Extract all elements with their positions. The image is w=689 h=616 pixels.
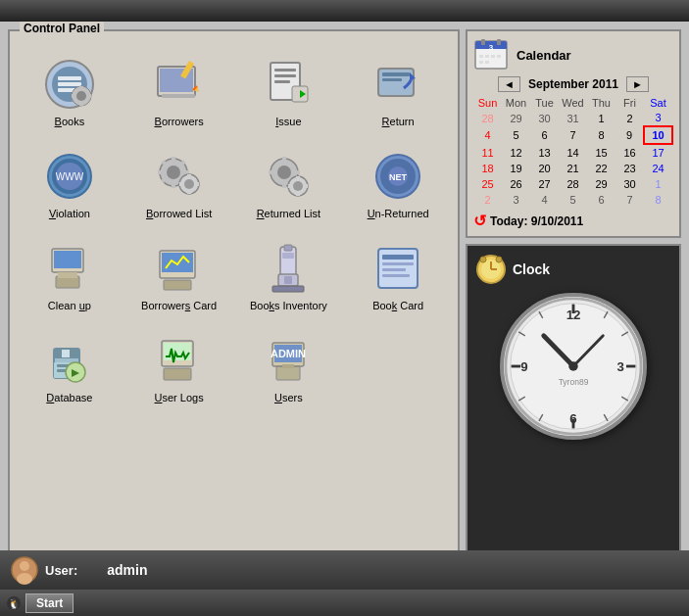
cal-header-thu: Thu: [587, 96, 615, 110]
calendar-day[interactable]: 20: [530, 161, 559, 176]
calendar-day[interactable]: 23: [615, 161, 644, 176]
calendar-day[interactable]: 4: [530, 192, 559, 208]
issue-icon-item[interactable]: Issue: [239, 51, 339, 133]
calendar-day[interactable]: 8: [644, 192, 672, 208]
calendar-day[interactable]: 11: [473, 144, 502, 161]
calendar-day[interactable]: 19: [502, 161, 530, 176]
book-card-icon-item[interactable]: Book Card: [348, 235, 448, 317]
today-icon: ↺: [473, 212, 486, 230]
calendar-day[interactable]: 2: [473, 192, 502, 208]
icons-grid: Books Borrowers: [20, 41, 448, 409]
svg-rect-43: [187, 174, 191, 178]
book-card-label: Book Card: [372, 300, 423, 311]
calendar-day[interactable]: 12: [502, 144, 530, 161]
svg-rect-102: [481, 39, 485, 45]
returned-list-icon-item[interactable]: Returned List: [239, 143, 339, 225]
svg-text:Tyron89: Tyron89: [559, 377, 589, 387]
calendar-day[interactable]: 27: [530, 176, 559, 192]
user-logs-icon-item[interactable]: User Logs: [129, 327, 229, 409]
calendar-day[interactable]: 29: [502, 110, 530, 126]
svg-rect-76: [272, 286, 304, 292]
svg-rect-55: [296, 176, 300, 180]
calendar-day[interactable]: 5: [559, 192, 587, 208]
un-returned-icon-item[interactable]: NET Un-Returned: [348, 143, 448, 225]
calendar-day[interactable]: 16: [615, 144, 644, 161]
calendar-day[interactable]: 22: [587, 161, 615, 176]
borrowers-icon-item[interactable]: Borrowers: [129, 51, 229, 133]
svg-point-114: [480, 257, 486, 262]
calendar-day[interactable]: 13: [530, 144, 559, 161]
start-button[interactable]: Start: [25, 593, 74, 613]
calendar-day[interactable]: 8: [587, 126, 615, 144]
calendar-grid: Sun Mon Tue Wed Thu Fri Sat 282930311234…: [473, 96, 673, 208]
books-inventory-icon-item[interactable]: Books Inventory: [239, 235, 339, 317]
svg-rect-45: [179, 182, 183, 186]
calendar-day[interactable]: 4: [473, 126, 502, 144]
svg-rect-56: [296, 192, 300, 196]
calendar-day[interactable]: 9: [615, 126, 644, 144]
calendar-day[interactable]: 7: [615, 192, 644, 208]
calendar-section: 3 Calendar ◄ September 2011 ►: [466, 29, 681, 238]
svg-rect-95: [282, 364, 294, 368]
calendar-day[interactable]: 21: [559, 161, 587, 176]
calendar-day[interactable]: 3: [644, 110, 672, 126]
calendar-day[interactable]: 30: [615, 176, 644, 192]
calendar-day[interactable]: 6: [587, 192, 615, 208]
books-icon-item[interactable]: Books: [20, 51, 120, 133]
calendar-day[interactable]: 3: [502, 192, 530, 208]
calendar-day[interactable]: 31: [559, 110, 587, 126]
calendar-day[interactable]: 14: [559, 144, 587, 161]
cleanup-icon-item[interactable]: Clean up: [20, 235, 120, 317]
calendar-day[interactable]: 10: [644, 126, 672, 144]
violation-icon-item[interactable]: WWW Violation: [20, 143, 120, 225]
today-bar: ↺ Today: 9/10/2011: [473, 212, 673, 230]
calendar-day[interactable]: 7: [559, 126, 587, 144]
database-icon-item[interactable]: Database: [20, 327, 120, 409]
user-logs-icon: [152, 333, 207, 388]
svg-rect-9: [72, 94, 75, 98]
calendar-day[interactable]: 5: [502, 126, 530, 144]
return-label: Return: [382, 116, 415, 127]
calendar-day[interactable]: 30: [530, 110, 559, 126]
svg-text:3: 3: [617, 359, 624, 374]
title-bar: [0, 0, 689, 22]
users-icon-item[interactable]: ADMIN Users: [239, 327, 339, 409]
calendar-day[interactable]: 18: [473, 161, 502, 176]
book-card-icon: [370, 241, 425, 296]
calendar-day[interactable]: 17: [644, 144, 672, 161]
clock-header-icon: [475, 254, 507, 285]
calendar-day[interactable]: 28: [559, 176, 587, 192]
return-icon: [370, 57, 425, 112]
calendar-next-button[interactable]: ►: [626, 76, 649, 92]
svg-rect-24: [382, 72, 410, 76]
calendar-day[interactable]: 29: [587, 176, 615, 192]
calendar-day[interactable]: 2: [615, 110, 644, 126]
calendar-prev-button[interactable]: ◄: [498, 76, 520, 92]
borrowed-list-label: Borrowed List: [146, 208, 212, 219]
cleanup-icon: [42, 241, 97, 296]
calendar-day[interactable]: 26: [502, 176, 530, 192]
control-panel: Control Panel: [8, 29, 460, 584]
calendar-day[interactable]: 1: [644, 176, 672, 192]
books-inventory-icon: [261, 241, 316, 296]
borrowed-list-icon-item[interactable]: Borrowed List: [129, 143, 229, 225]
calendar-day[interactable]: 25: [473, 176, 502, 192]
calendar-day[interactable]: 28: [473, 110, 502, 126]
today-text: Today: 9/10/2011: [490, 214, 583, 228]
calendar-day[interactable]: 1: [587, 110, 615, 126]
borrowers-card-icon-item[interactable]: Borrowers Card: [129, 235, 229, 317]
svg-rect-69: [164, 280, 191, 290]
svg-text:6: 6: [569, 411, 576, 426]
user-avatar: [10, 555, 39, 585]
cleanup-label: Clean up: [48, 300, 91, 311]
linux-logo: 🐧: [6, 595, 22, 611]
svg-rect-103: [497, 39, 501, 45]
user-bar: User: admin: [0, 550, 689, 590]
return-icon-item[interactable]: Return: [348, 51, 448, 133]
svg-rect-49: [282, 157, 286, 163]
calendar-day[interactable]: 6: [530, 126, 559, 144]
calendar-day[interactable]: 15: [587, 144, 615, 161]
issue-label: Issue: [275, 116, 301, 127]
svg-rect-10: [87, 94, 91, 98]
calendar-day[interactable]: 24: [644, 161, 672, 176]
